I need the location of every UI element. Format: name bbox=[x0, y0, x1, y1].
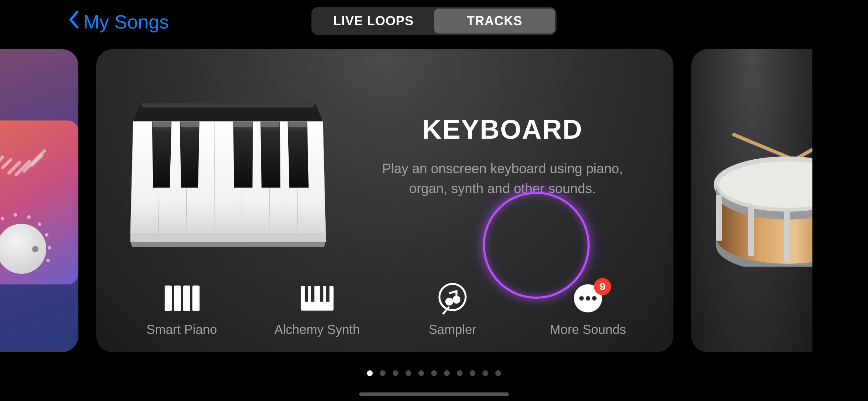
mode-segmented-control: LIVE LOOPS TRACKS bbox=[311, 7, 557, 35]
svg-rect-29 bbox=[174, 286, 181, 311]
page-indicator[interactable] bbox=[367, 370, 501, 376]
svg-point-37 bbox=[439, 284, 466, 310]
page-dot[interactable] bbox=[470, 370, 475, 376]
instrument-text: KEYBOARD Play an onscreen keyboard using… bbox=[360, 114, 645, 198]
svg-point-42 bbox=[586, 296, 590, 300]
sub-option-label: Smart Piano bbox=[146, 322, 217, 337]
svg-rect-30 bbox=[183, 286, 190, 311]
audio-recorder-art bbox=[0, 120, 78, 284]
piano-keyboard-icon bbox=[128, 83, 328, 247]
svg-rect-34 bbox=[311, 286, 315, 302]
smart-piano-icon bbox=[164, 282, 200, 314]
waveform-icon bbox=[0, 131, 71, 179]
notification-badge: 9 bbox=[594, 278, 611, 295]
svg-marker-20 bbox=[233, 122, 253, 188]
svg-rect-48 bbox=[716, 195, 722, 241]
svg-point-41 bbox=[579, 296, 584, 300]
svg-rect-28 bbox=[165, 286, 172, 311]
instrument-carousel[interactable]: KEYBOARD Play an onscreen keyboard using… bbox=[0, 49, 868, 352]
svg-rect-27 bbox=[288, 122, 306, 127]
page-dot[interactable] bbox=[457, 370, 463, 376]
alchemy-synth-icon bbox=[299, 282, 335, 314]
svg-rect-25 bbox=[234, 122, 252, 127]
svg-marker-16 bbox=[130, 233, 326, 242]
page-dot[interactable] bbox=[418, 370, 424, 376]
svg-line-0 bbox=[0, 157, 3, 164]
sub-option-label: More Sounds bbox=[550, 322, 626, 337]
knob-tick-marks bbox=[0, 215, 78, 283]
svg-marker-8 bbox=[141, 103, 315, 108]
instrument-card-keyboard[interactable]: KEYBOARD Play an onscreen keyboard using… bbox=[96, 49, 673, 352]
page-dot[interactable] bbox=[431, 370, 437, 376]
sub-option-label: Alchemy Synth bbox=[274, 322, 360, 337]
instrument-description: Play an onscreen keyboard using piano, o… bbox=[360, 159, 645, 198]
svg-rect-26 bbox=[261, 122, 279, 127]
instrument-title: KEYBOARD bbox=[360, 114, 645, 145]
sub-option-label: Sampler bbox=[429, 322, 476, 337]
page-dot[interactable] bbox=[367, 370, 373, 376]
home-indicator[interactable] bbox=[359, 392, 509, 396]
segment-live-loops[interactable]: LIVE LOOPS bbox=[313, 9, 434, 34]
svg-rect-49 bbox=[748, 206, 754, 256]
svg-rect-36 bbox=[326, 286, 330, 302]
chevron-left-icon bbox=[68, 10, 79, 34]
back-label: My Songs bbox=[83, 11, 169, 33]
segment-tracks[interactable]: TRACKS bbox=[434, 9, 555, 34]
svg-point-38 bbox=[446, 298, 453, 304]
svg-marker-22 bbox=[288, 122, 309, 188]
svg-line-1 bbox=[3, 160, 11, 168]
instrument-card-prev[interactable] bbox=[0, 49, 78, 352]
segment-label: LIVE LOOPS bbox=[333, 14, 414, 29]
page-dot[interactable] bbox=[495, 370, 501, 376]
page-dot[interactable] bbox=[380, 370, 386, 376]
sampler-icon bbox=[435, 282, 470, 314]
svg-marker-17 bbox=[130, 242, 326, 247]
back-button[interactable]: My Songs bbox=[68, 10, 169, 34]
top-bar: My Songs LIVE LOOPS TRACKS bbox=[0, 0, 868, 43]
sub-option-sampler[interactable]: Sampler bbox=[394, 282, 511, 337]
sub-option-smart-piano[interactable]: Smart Piano bbox=[123, 282, 241, 337]
page-dot[interactable] bbox=[393, 370, 398, 376]
svg-marker-21 bbox=[260, 122, 280, 188]
svg-rect-50 bbox=[784, 210, 790, 262]
snare-drum-icon bbox=[713, 131, 812, 267]
sub-option-alchemy-synth[interactable]: Alchemy Synth bbox=[258, 282, 376, 337]
page-dot[interactable] bbox=[482, 370, 488, 376]
svg-rect-31 bbox=[192, 286, 200, 311]
instrument-sub-options: Smart Piano Alchemy Synth bbox=[114, 267, 656, 352]
svg-point-39 bbox=[454, 297, 460, 303]
page-dot[interactable] bbox=[405, 370, 411, 376]
svg-point-43 bbox=[592, 296, 597, 300]
page-dot[interactable] bbox=[444, 370, 450, 376]
svg-rect-23 bbox=[153, 122, 171, 127]
svg-rect-35 bbox=[320, 286, 324, 302]
svg-marker-19 bbox=[180, 122, 200, 188]
svg-rect-24 bbox=[181, 122, 199, 127]
segment-label: TRACKS bbox=[467, 14, 522, 29]
svg-rect-33 bbox=[305, 286, 308, 302]
instrument-card-next[interactable] bbox=[691, 49, 812, 352]
svg-marker-18 bbox=[152, 122, 172, 188]
sub-option-more-sounds[interactable]: 9 More Sounds bbox=[529, 282, 647, 337]
